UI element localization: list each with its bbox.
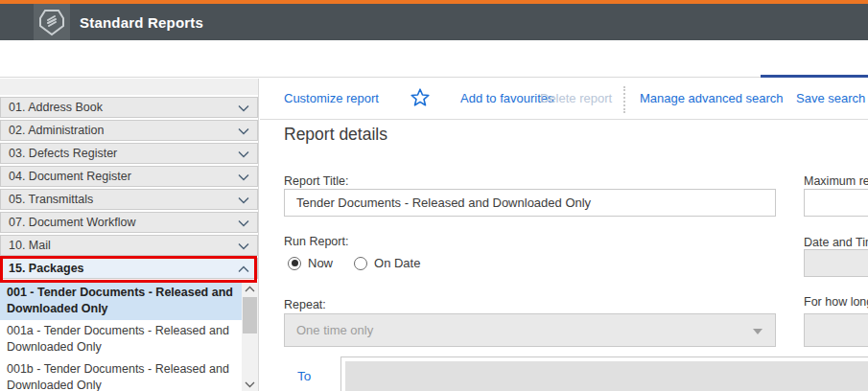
repeat-selected-value: One time only — [296, 323, 373, 337]
standard-reports-window: Standard Reports REPORTS 01. Address Boo… — [0, 0, 868, 391]
report-details-heading: Report details — [284, 125, 387, 145]
chevron-down-icon — [237, 102, 250, 115]
chevron-down-icon — [237, 194, 250, 207]
chevron-down-icon — [237, 171, 250, 184]
report-categories-sidebar: 01. Address Book 02. Administration 03. … — [0, 79, 259, 391]
category-label: 07. Document Workflow — [9, 216, 135, 229]
page-title: Standard Reports — [80, 4, 203, 40]
header-row: REPORTS — [0, 40, 868, 78]
category-label: 05. Transmittals — [9, 193, 93, 206]
maximum-records-input[interactable] — [804, 189, 868, 217]
chevron-down-icon — [237, 148, 250, 161]
category-defects-register[interactable]: 03. Defects Register — [0, 143, 258, 164]
maximum-records-label: Maximum rec — [804, 174, 868, 188]
category-label: 02. Administration — [9, 124, 104, 137]
category-label: 04. Document Register — [9, 170, 131, 183]
toolbar-divider-line — [260, 119, 868, 120]
category-document-workflow[interactable]: 07. Document Workflow — [0, 212, 258, 233]
chevron-up-icon — [237, 263, 250, 276]
save-search-button[interactable]: Save search — [796, 91, 865, 105]
category-label: 10. Mail — [9, 239, 51, 252]
report-title-label: Report Title: — [284, 174, 348, 188]
to-recipients-field — [340, 356, 868, 391]
radio-now-label: Now — [308, 256, 333, 270]
package-report-list: 001 - Tender Documents - Released and Do… — [0, 282, 242, 391]
category-accordion: 01. Address Book 02. Administration 03. … — [0, 97, 258, 281]
category-address-book[interactable]: 01. Address Book — [0, 97, 258, 118]
for-how-long-label: For how long — [804, 295, 868, 309]
toolbar-divider — [623, 86, 625, 113]
manage-advanced-search-button[interactable]: Manage advanced search — [640, 91, 784, 105]
radio-selected-dot — [292, 260, 298, 266]
star-outline-icon[interactable] — [409, 86, 432, 109]
run-report-label: Run Report: — [284, 235, 348, 248]
date-and-time-label: Date and Tim — [804, 236, 868, 249]
chevron-down-icon — [237, 217, 250, 230]
report-title-input[interactable]: Tender Documents - Released and Download… — [284, 189, 776, 217]
delete-report-button: Delete report — [540, 91, 612, 105]
scroll-down-icon[interactable] — [242, 377, 258, 391]
customize-report-button[interactable]: Customize report — [284, 91, 379, 105]
scroll-up-icon[interactable] — [242, 282, 258, 296]
app-logo — [34, 4, 70, 40]
category-label: 15. Packages — [9, 262, 84, 275]
category-transmittals[interactable]: 05. Transmittals — [0, 189, 258, 210]
category-mail[interactable]: 10. Mail — [0, 235, 258, 256]
date-and-time-input — [804, 249, 868, 277]
dropdown-caret-icon — [753, 329, 762, 334]
report-item-001b[interactable]: 001b - Tender Documents - Released and D… — [0, 358, 242, 391]
header-divider — [0, 77, 868, 78]
repeat-label: Repeat: — [284, 298, 326, 311]
radio-on-date[interactable] — [354, 257, 367, 270]
to-label: To — [297, 369, 311, 383]
run-report-options: Now On Date — [288, 256, 420, 270]
report-details-panel: Customize report Add to favourites Delet… — [260, 79, 868, 391]
radio-now[interactable] — [288, 257, 301, 270]
category-administration[interactable]: 02. Administration — [0, 120, 258, 141]
repeat-select: One time only — [284, 313, 776, 347]
scrollbar-thumb[interactable] — [243, 297, 257, 334]
tab-reports-active-underline — [761, 75, 868, 78]
sidebar-top-strip — [0, 79, 258, 95]
report-toolbar: Customize report Add to favourites Delet… — [260, 79, 868, 119]
category-label: 01. Address Book — [9, 101, 103, 114]
category-document-register[interactable]: 04. Document Register — [0, 166, 258, 187]
radio-on-date-label: On Date — [374, 256, 420, 270]
category-packages[interactable]: 15. Packages — [0, 258, 258, 279]
category-label: 03. Defects Register — [9, 147, 117, 160]
report-item-001a[interactable]: 001a - Tender Documents - Released and D… — [0, 320, 242, 358]
app-bar: Standard Reports — [0, 4, 868, 40]
report-item-001[interactable]: 001 - Tender Documents - Released and Do… — [0, 282, 242, 320]
to-recipients-disabled-area — [345, 361, 868, 391]
chevron-down-icon — [237, 240, 250, 253]
hexagon-s-logo-icon — [38, 8, 65, 36]
for-how-long-input — [804, 313, 868, 347]
report-list-scrollbar[interactable] — [242, 282, 258, 391]
chevron-down-icon — [237, 125, 250, 138]
